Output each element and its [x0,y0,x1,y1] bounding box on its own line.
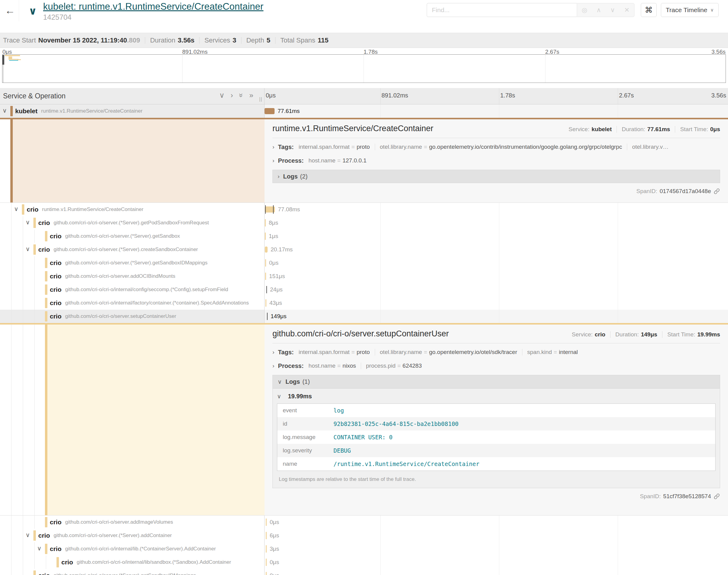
find-input[interactable] [427,3,577,17]
span-duration-bar[interactable] [266,518,267,526]
span-row[interactable]: criogithub.com/cri-o/cri-o/server.setupC… [0,310,728,323]
minimap-canvas[interactable] [2,54,726,83]
copy-link-icon[interactable] [714,493,720,500]
span-duration-bar[interactable] [265,259,266,267]
span-duration-bar[interactable] [265,299,266,307]
span-name-cell[interactable]: ∨criogithub.com/cri-o/cri-o/internal/lib… [0,542,265,555]
span-row[interactable]: ∨kubeletruntime.v1.RuntimeService/Create… [0,104,728,118]
span-name-cell[interactable]: criogithub.com/cri-o/cri-o/internal/fact… [0,296,265,310]
span-name-cell[interactable]: criogithub.com/cri-o/cri-o/server.(*Serv… [0,569,265,575]
logs-label: Logs [283,173,298,180]
span-row[interactable]: criogithub.com/cri-o/cri-o/server.(*Serv… [0,230,728,243]
collapse-all-icon[interactable]: » [237,93,245,97]
clear-search-icon[interactable]: ✕ [624,6,630,14]
view-selector-button[interactable]: Trace Timeline ∨ [661,3,719,17]
span-row[interactable]: criogithub.com/cri-o/cri-o/internal/conf… [0,283,728,296]
span-duration-bar[interactable] [266,532,267,539]
span-row[interactable]: criogithub.com/cri-o/cri-o/internal/fact… [0,296,728,310]
tags-accordion[interactable]: › Tags: internal.span.format=protootel.l… [272,347,720,357]
tag-value: 624283 [402,363,422,369]
span-timeline-cell[interactable]: 43μs [265,296,728,310]
span-timeline-cell[interactable]: 24μs [265,283,728,296]
span-name-cell[interactable]: ∨crioruntime.v1.RuntimeService/CreateCon… [0,203,265,216]
span-row[interactable]: criogithub.com/cri-o/cri-o/server.addOCI… [0,270,728,283]
log-entry-header[interactable]: ∨ 19.99ms [277,393,716,400]
logs-accordion[interactable]: › Logs (2) [272,170,720,183]
timeline-gridline [499,555,499,569]
span-name-cell[interactable]: criogithub.com/cri-o/cri-o/internal/lib/… [0,555,265,569]
span-name-cell[interactable]: criogithub.com/cri-o/cri-o/server.addOCI… [0,270,265,283]
span-timeline-cell[interactable]: 6μs [265,529,728,542]
expand-chevron-icon[interactable]: ∨ [26,531,30,539]
span-timeline-cell[interactable]: 0μs [265,515,728,529]
span-duration-bar[interactable] [265,219,266,227]
locate-icon[interactable]: ◎ [582,6,587,14]
span-duration-bar[interactable] [265,246,268,252]
span-name-cell[interactable]: ∨kubeletruntime.v1.RuntimeService/Create… [0,104,265,118]
span-duration-bar[interactable] [265,273,266,280]
span-name-cell[interactable]: ∨criogithub.com/cri-o/cri-o/server.(*Ser… [0,216,265,230]
copy-link-icon[interactable] [714,188,720,195]
span-duration-bar[interactable] [266,559,267,566]
span-row[interactable]: ∨crioruntime.v1.RuntimeService/CreateCon… [0,203,728,216]
span-timeline-cell[interactable]: 77.08ms [265,203,728,216]
span-duration-bar[interactable] [265,233,266,240]
span-duration-bar[interactable] [267,313,268,320]
trace-collapse-chevron-icon[interactable]: ∨ [29,5,37,17]
span-timeline-cell[interactable]: 8μs [265,216,728,230]
span-timeline-cell[interactable]: 20.17ms [265,243,728,256]
expand-one-icon[interactable]: › [231,91,233,100]
span-row[interactable]: ∨criogithub.com/cri-o/cri-o/internal/lib… [0,542,728,555]
expand-chevron-icon[interactable]: ∨ [26,245,30,252]
span-name-cell[interactable]: criogithub.com/cri-o/cri-o/internal/conf… [0,283,265,296]
tag-key: internal.span.format [299,144,350,150]
span-row[interactable]: criogithub.com/cri-o/cri-o/server.(*Serv… [0,569,728,575]
expand-chevron-icon[interactable]: ∨ [26,218,30,226]
span-timeline-cell[interactable]: 151μs [265,270,728,283]
trace-title-link[interactable]: kubelet: runtime.v1.RuntimeService/Creat… [43,1,263,12]
tags-accordion[interactable]: › Tags: internal.span.format=protootel.l… [272,142,720,152]
span-row[interactable]: ∨criogithub.com/cri-o/cri-o/server.(*Ser… [0,216,728,230]
span-row[interactable]: criogithub.com/cri-o/cri-o/internal/lib/… [0,555,728,569]
span-name-cell[interactable]: criogithub.com/cri-o/cri-o/server.(*Serv… [0,256,265,270]
trace-id: 1425704 [43,13,263,22]
span-name-cell[interactable]: criogithub.com/cri-o/cri-o/server.(*Serv… [0,230,265,243]
tag-key: process.pid [366,363,395,369]
span-name-cell[interactable]: criogithub.com/cri-o/cri-o/server.setupC… [0,310,265,323]
timeline-gridline [499,542,499,555]
span-duration-bar[interactable] [266,286,267,293]
minimap-scrubber-handle[interactable] [2,55,4,65]
tag-value: go.opentelemetry.io/otel/sdk/tracer [429,349,517,355]
span-timeline-cell[interactable]: 1μs [265,230,728,243]
collapse-one-icon[interactable]: ∨ [219,91,225,100]
span-timeline-cell[interactable]: 3μs [265,542,728,555]
span-name-cell[interactable]: criogithub.com/cri-o/cri-o/server.addIma… [0,515,265,529]
expand-chevron-icon[interactable]: ∨ [37,545,42,552]
prev-result-icon[interactable]: ∧ [596,6,601,14]
keyboard-shortcuts-button[interactable]: ⌘ [641,3,657,17]
span-name-cell[interactable]: ∨criogithub.com/cri-o/cri-o/server.(*Ser… [0,529,265,542]
span-timeline-cell[interactable]: 0μs [265,555,728,569]
expand-all-icon[interactable]: » [250,91,253,100]
process-accordion[interactable]: › Process: host.name=127.0.0.1 [272,156,720,165]
expand-chevron-icon[interactable]: ∨ [14,205,19,212]
process-accordion[interactable]: › Process: host.name=nixosprocess.pid=62… [272,361,720,371]
back-arrow-icon[interactable]: ← [5,4,15,16]
column-resize-grip[interactable]: || [259,96,262,102]
span-name-cell[interactable]: ∨criogithub.com/cri-o/cri-o/server.(*Ser… [0,243,265,256]
span-duration-bar[interactable] [266,572,267,575]
expand-chevron-icon[interactable]: ∨ [2,107,7,114]
span-detail-card: github.com/cri-o/cri-o/server.setupConta… [265,323,728,515]
span-timeline-cell[interactable]: 0μs [265,256,728,270]
span-duration-bar[interactable] [266,545,267,552]
span-timeline-cell[interactable]: 149μs [265,310,728,323]
span-row[interactable]: ∨criogithub.com/cri-o/cri-o/server.(*Ser… [0,243,728,256]
span-timeline-cell[interactable]: 77.61ms [265,104,728,118]
span-duration-bar[interactable] [265,108,274,114]
span-row[interactable]: criogithub.com/cri-o/cri-o/server.addIma… [0,515,728,529]
logs-accordion[interactable]: ∨ Logs (1) [273,375,720,388]
span-row[interactable]: ∨criogithub.com/cri-o/cri-o/server.(*Ser… [0,529,728,542]
span-row[interactable]: criogithub.com/cri-o/cri-o/server.(*Serv… [0,256,728,270]
next-result-icon[interactable]: ∨ [610,6,615,14]
span-timeline-cell[interactable]: 0μs [265,569,728,575]
